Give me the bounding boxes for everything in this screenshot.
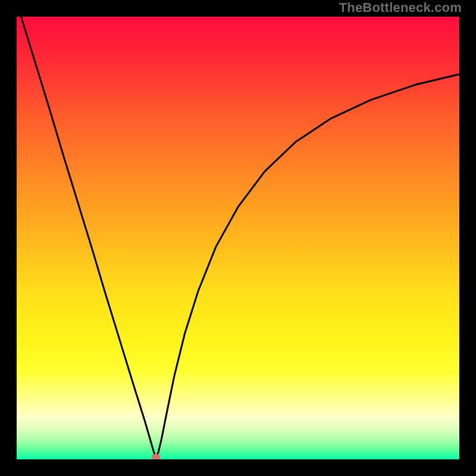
plot-area bbox=[17, 17, 459, 459]
minimum-marker-icon bbox=[152, 453, 160, 459]
chart-frame: TheBottleneck.com bbox=[0, 0, 476, 476]
watermark-text: TheBottleneck.com bbox=[339, 0, 462, 15]
bottleneck-curve bbox=[17, 17, 459, 459]
